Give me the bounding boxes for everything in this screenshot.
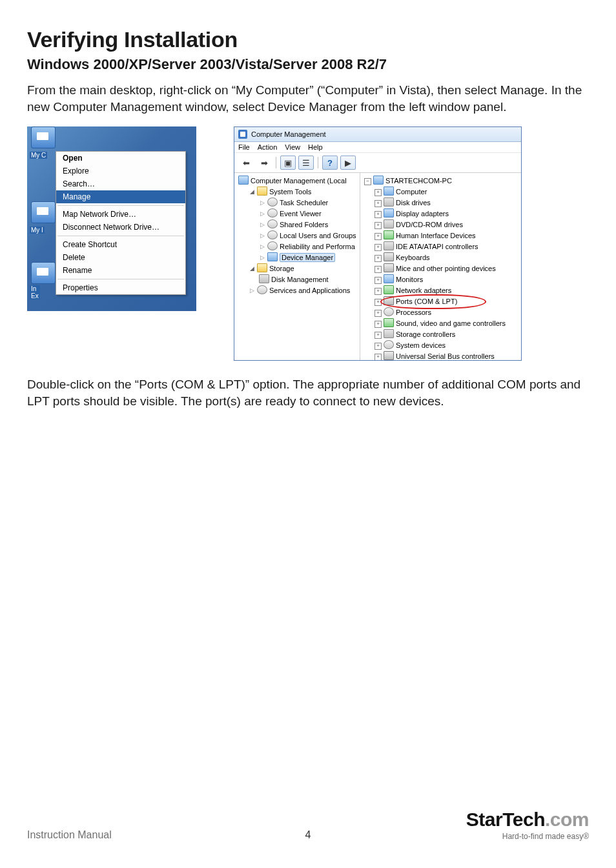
refresh-button[interactable]: ▶ (340, 156, 356, 170)
context-menu-figure: My C My I In Ex OpenExploreSearch…Manage… (27, 126, 196, 311)
expand-icon[interactable] (375, 222, 382, 229)
back-button[interactable]: ⬅ (238, 156, 254, 170)
expand-icon[interactable] (249, 288, 255, 294)
context-menu-item[interactable]: Explore (56, 165, 185, 177)
tree-item[interactable]: Task Scheduler (259, 197, 358, 208)
expand-icon[interactable] (375, 321, 382, 328)
tree-item[interactable]: Network adapters (375, 285, 520, 296)
expand-icon[interactable] (375, 244, 382, 251)
gear-icon (257, 285, 267, 294)
context-menu-item[interactable]: Open (56, 152, 185, 165)
desktop-icon-my-network[interactable]: My I (30, 201, 57, 227)
device-icon (384, 263, 394, 272)
window-titlebar[interactable]: Computer Management (234, 127, 521, 142)
node-icon (267, 219, 278, 228)
tree-item[interactable]: Device Manager (259, 252, 358, 263)
expand-icon[interactable] (375, 343, 382, 350)
node-icon (267, 230, 278, 239)
tree-item[interactable]: Event Viewer (259, 208, 358, 219)
tree-item[interactable]: Storage controllers (375, 329, 520, 340)
tree-item[interactable]: Local Users and Groups (259, 230, 358, 241)
expand-icon[interactable] (375, 277, 382, 284)
expand-icon[interactable] (259, 233, 265, 239)
intro-paragraph: From the main desktop, right-click on “M… (27, 82, 589, 115)
context-menu-item[interactable]: Manage (56, 190, 185, 203)
tree-item[interactable]: System devices (375, 340, 520, 351)
tree-item[interactable]: Disk drives (375, 197, 520, 208)
context-menu-item[interactable]: Rename (56, 264, 185, 277)
collapse-icon[interactable] (249, 266, 255, 272)
tree-item[interactable]: IDE ATA/ATAPI controllers (375, 241, 520, 252)
menu-item[interactable]: View (285, 143, 300, 151)
tree-item[interactable]: Computer Management (LocalSystem ToolsTa… (238, 176, 358, 296)
expand-icon[interactable] (259, 211, 265, 217)
tree-item[interactable]: Reliability and Performa (259, 241, 358, 252)
expand-icon[interactable] (375, 332, 382, 339)
expand-icon[interactable] (375, 189, 382, 196)
tree-item[interactable]: Disk Management (259, 274, 358, 285)
tree-item[interactable]: Keyboards (375, 252, 520, 263)
tree-item[interactable]: Universal Serial Bus controllers (375, 351, 520, 360)
tree-item[interactable]: Human Interface Devices (375, 230, 520, 241)
page-footer: Instruction Manual 4 StarTech.com Hard-t… (27, 809, 589, 841)
device-icon (384, 230, 394, 239)
tree-item[interactable]: Mice and other pointing devices (375, 263, 520, 274)
expand-icon[interactable] (375, 211, 382, 218)
context-menu-item[interactable]: Disconnect Network Drive… (56, 221, 185, 234)
properties-button[interactable]: ☰ (298, 156, 314, 170)
tree-item[interactable]: Computer (375, 187, 520, 197)
context-menu-item[interactable]: Map Network Drive… (56, 208, 185, 221)
tree-item[interactable]: Sound, video and game controllers (375, 318, 520, 329)
menu-item[interactable]: File (238, 143, 250, 151)
expand-icon[interactable] (375, 288, 382, 295)
window-title: Computer Management (251, 130, 326, 138)
menu-item[interactable]: Action (258, 143, 278, 151)
expand-icon[interactable] (375, 200, 382, 207)
desktop-icon-my-computer[interactable]: My C (30, 126, 57, 152)
tree-item[interactable]: DVD/CD-ROM drives (375, 219, 520, 230)
device-icon (384, 318, 394, 327)
device-icon (384, 296, 394, 305)
tree-item[interactable]: Shared Folders (259, 219, 358, 230)
disk-icon (259, 274, 269, 283)
menu-item[interactable]: Help (308, 143, 323, 151)
context-menu-item[interactable]: Delete (56, 251, 185, 264)
expand-icon[interactable] (259, 244, 265, 250)
expand-icon[interactable] (375, 233, 382, 240)
forward-button[interactable]: ➡ (256, 156, 272, 170)
collapse-icon[interactable] (364, 178, 371, 185)
help-button[interactable]: ? (322, 156, 338, 170)
computer-icon (373, 176, 384, 185)
tree-item[interactable]: Ports (COM & LPT) (375, 296, 520, 307)
node-icon (267, 252, 278, 261)
expand-icon[interactable] (375, 310, 382, 317)
context-menu-item[interactable]: Properties (56, 281, 185, 294)
context-menu-item[interactable]: Create Shortcut (56, 238, 185, 251)
device-icon (384, 208, 394, 217)
tree-item[interactable]: Display adapters (375, 208, 520, 219)
tree-item[interactable]: StorageDisk Management (249, 263, 358, 285)
action-button[interactable]: ▣ (280, 156, 296, 170)
menu-bar: FileActionViewHelp (234, 142, 521, 152)
device-icon (384, 274, 394, 283)
second-paragraph: Double-click on the “Ports (COM & LPT)” … (27, 376, 589, 409)
tree-item[interactable]: System ToolsTask SchedulerEvent ViewerSh… (249, 187, 358, 263)
expand-icon[interactable] (375, 255, 382, 262)
tree-item[interactable]: Services and Applications (249, 285, 358, 296)
tree-item[interactable]: Monitors (375, 274, 520, 285)
root-icon (238, 176, 249, 185)
expand-icon[interactable] (375, 354, 382, 360)
device-icon (384, 307, 394, 316)
device-icon (384, 252, 394, 261)
expand-icon[interactable] (259, 200, 265, 206)
expand-icon[interactable] (375, 266, 382, 273)
collapse-icon[interactable] (249, 189, 255, 195)
desktop-icon-ie[interactable]: In Ex (30, 262, 57, 288)
expand-icon[interactable] (375, 299, 382, 306)
expand-icon[interactable] (259, 222, 265, 228)
expand-icon[interactable] (259, 255, 265, 261)
network-icon (31, 201, 56, 223)
tree-item[interactable]: STARTECHCOM-PCComputerDisk drivesDisplay… (364, 176, 520, 360)
tree-item[interactable]: Processors (375, 307, 520, 318)
context-menu-item[interactable]: Search… (56, 177, 185, 190)
